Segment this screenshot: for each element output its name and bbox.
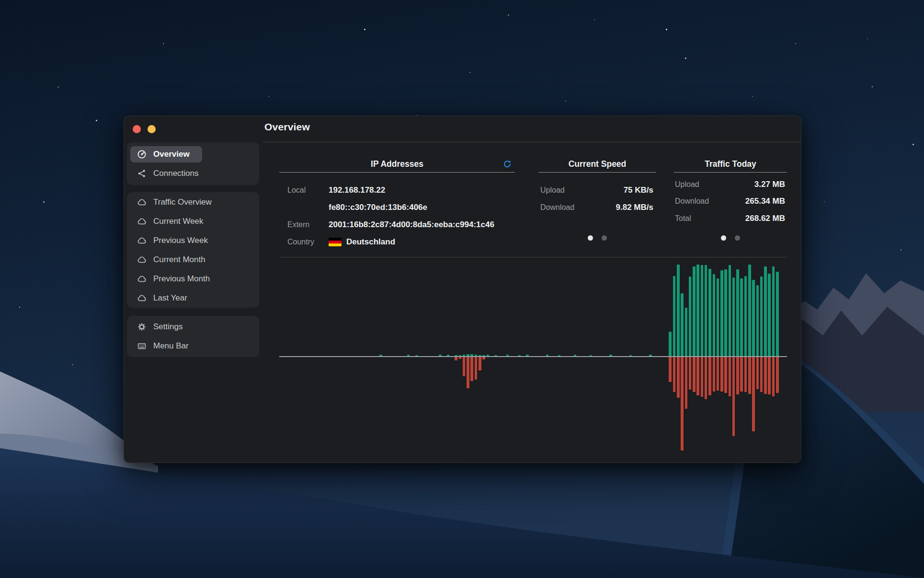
download-bar <box>689 277 692 357</box>
download-bar <box>681 293 684 357</box>
sidebar-item-label: Previous Week <box>153 236 208 245</box>
download-bar <box>705 265 707 357</box>
star <box>795 43 796 44</box>
upload-bar <box>482 357 485 359</box>
download-bar <box>720 270 723 357</box>
row-value: 3.27 MB <box>754 180 785 189</box>
download-bar <box>696 265 699 357</box>
traffic-row: Download265.34 MB <box>674 193 787 210</box>
download-bar <box>768 274 771 357</box>
upload-bar <box>732 357 735 436</box>
sidebar-item-current-month[interactable]: Current Month <box>130 250 218 269</box>
upload-bar <box>705 357 707 399</box>
row-value-text: 2001:16b8:2c87:4d00:8da5:eeba:c994:1c46 <box>329 220 494 230</box>
page-dot-1[interactable] <box>602 235 607 241</box>
upload-bar <box>748 357 751 394</box>
app-window: Overview OverviewConnectionsTraffic Over… <box>124 116 801 463</box>
desktop: Overview OverviewConnectionsTraffic Over… <box>0 0 924 578</box>
row-label: Extern <box>287 220 329 229</box>
download-bar <box>724 269 727 357</box>
download-bar <box>729 265 731 357</box>
upload-bar <box>760 357 763 392</box>
chart-baseline <box>279 356 787 358</box>
row-value: fe80::c30:70ed:13b6:406e <box>329 203 427 212</box>
sidebar-item-label: Current Month <box>153 255 205 265</box>
star <box>824 201 825 202</box>
upload-bar <box>776 357 779 393</box>
cloud-icon <box>137 254 147 265</box>
download-bar <box>669 332 672 357</box>
download-bar <box>717 278 719 357</box>
upload-bar <box>673 357 676 392</box>
cloud-icon <box>137 293 147 303</box>
sidebar-item-current-week[interactable]: Current Week <box>130 212 216 231</box>
star <box>685 58 686 59</box>
download-bar <box>708 269 711 357</box>
download-bar <box>760 277 763 357</box>
upload-bar <box>740 357 743 392</box>
panel-divider <box>674 172 787 173</box>
star <box>666 29 667 30</box>
row-value: 268.62 MB <box>745 214 785 223</box>
upload-bar <box>764 357 767 394</box>
cloud-icon <box>137 197 147 208</box>
row-value-text: 268.62 MB <box>745 214 785 223</box>
panel-divider <box>279 172 515 173</box>
star <box>508 14 509 16</box>
sidebar-item-menu-bar[interactable]: Menu Bar <box>130 336 201 356</box>
row-value: 192.168.178.22 <box>329 185 385 195</box>
download-bar <box>673 276 676 357</box>
star <box>565 101 566 102</box>
upload-bar <box>681 357 684 451</box>
star <box>43 201 45 203</box>
download-bar <box>776 272 779 357</box>
sidebar-item-label: Menu Bar <box>153 341 189 351</box>
sidebar-item-settings[interactable]: Settings <box>130 317 195 336</box>
panel-title: Current Speed <box>538 159 656 170</box>
sidebar-item-label: Last Year <box>153 293 187 303</box>
upload-bar <box>693 357 696 392</box>
page-dot-0[interactable] <box>721 235 726 241</box>
row-value-text: fe80::c30:70ed:13b6:406e <box>329 203 427 212</box>
panel-title-text: IP Addresses <box>371 159 423 169</box>
refresh-icon[interactable] <box>502 159 512 169</box>
page-dot-1[interactable] <box>735 235 740 241</box>
upload-bar <box>729 357 731 396</box>
close-button[interactable] <box>133 125 141 133</box>
sidebar-item-previous-week[interactable]: Previous Week <box>130 231 220 250</box>
sidebar-item-label: Previous Month <box>153 274 210 284</box>
sidebar-item-last-year[interactable]: Last Year <box>130 289 200 308</box>
ip-row: fe80::c30:70ed:13b6:406e <box>287 199 515 216</box>
row-label: Local <box>287 186 329 195</box>
download-bar <box>685 308 688 357</box>
cloud-icon <box>137 235 147 246</box>
download-bar <box>740 278 743 357</box>
page-title: Overview <box>264 121 310 133</box>
row-label: Upload <box>675 180 699 189</box>
upload-bar <box>479 357 481 370</box>
row-label: Download <box>675 197 709 206</box>
sidebar-item-traffic-overview[interactable]: Traffic Overview <box>130 193 224 212</box>
titlebar-divider <box>263 142 801 142</box>
row-value: Deutschland <box>329 237 395 247</box>
star <box>913 144 914 145</box>
sidebar-item-connections[interactable]: Connections <box>130 164 211 183</box>
upload-bar <box>736 357 739 394</box>
upload-bar <box>677 357 680 398</box>
upload-bar <box>708 357 711 395</box>
page-dot-0[interactable] <box>588 235 593 241</box>
sidebar-group-2: SettingsMenu Bar <box>127 316 259 357</box>
download-bar <box>736 269 739 357</box>
sidebar-item-label: Settings <box>153 322 183 332</box>
sidebar-item-label: Overview <box>153 150 190 159</box>
star <box>469 72 470 73</box>
row-value: 9.82 MB/s <box>616 203 653 212</box>
traffic-today-panel: Traffic Today Upload3.27 MBDownload265.3… <box>674 159 787 227</box>
germany-flag-icon <box>329 238 342 246</box>
sidebar-item-previous-month[interactable]: Previous Month <box>130 269 222 289</box>
ip-addresses-panel: IP Addresses Local192.168.178.22fe80::c3… <box>279 159 515 251</box>
star <box>72 364 73 365</box>
minimize-button[interactable] <box>148 125 156 133</box>
cloud-icon <box>137 274 147 284</box>
sidebar-item-overview[interactable]: Overview <box>130 146 202 162</box>
